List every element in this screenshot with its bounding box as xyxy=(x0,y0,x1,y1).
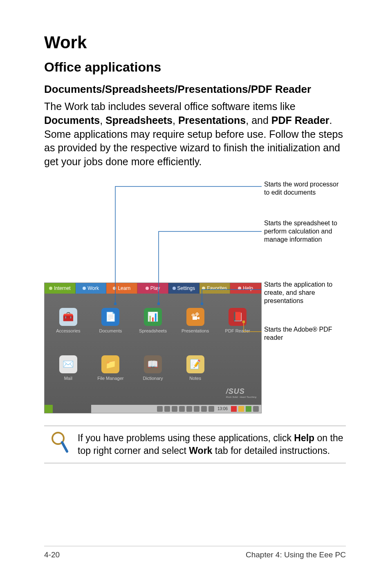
dot-icon xyxy=(238,287,241,290)
tab-label: Help xyxy=(243,285,253,291)
tip-note: If you have problems using these applica… xyxy=(44,426,346,463)
app-mail[interactable]: ✉️Mail xyxy=(47,344,90,392)
tray-icon[interactable] xyxy=(186,406,192,412)
app-grid: 🧰Accessories 📄Documents 📊Spreadsheets 📽P… xyxy=(45,294,261,395)
magnifier-icon xyxy=(50,430,69,455)
app-label: Documents xyxy=(99,328,122,333)
logo-text: /SUS xyxy=(226,387,245,395)
annotation-pdf: Starts the Adobe® PDF reader xyxy=(264,325,346,342)
tab-label: Settings xyxy=(177,285,195,291)
app-label: Notes xyxy=(189,376,201,381)
tab-play[interactable]: Play xyxy=(137,283,168,294)
tray-icon[interactable] xyxy=(172,406,177,412)
tray-icon[interactable] xyxy=(194,406,199,412)
app-notes[interactable]: 📝Notes xyxy=(174,344,217,392)
page-footer: 4-20 Chapter 4: Using the Eee PC xyxy=(44,546,346,559)
pdf-icon: 📕 xyxy=(229,308,247,326)
app-label: Accessories xyxy=(56,328,80,333)
bold-spreadsheets: Spreadsheets xyxy=(105,114,173,126)
dictionary-icon: 📖 xyxy=(144,355,162,373)
taskbar-clock: 13:06 xyxy=(217,406,228,411)
screenshot-work-desktop: Internet Work Learn Play Settings Favori… xyxy=(44,283,262,413)
app-documents[interactable]: 📄Documents xyxy=(90,297,132,344)
dot-icon xyxy=(202,287,205,290)
logo-tagline: Rock Solid · Heart Touching xyxy=(226,396,256,398)
asus-logo: /SUS Rock Solid · Heart Touching xyxy=(226,387,256,398)
tab-label: Play xyxy=(150,285,160,291)
tray-icon[interactable] xyxy=(179,406,185,412)
spreadsheets-icon: 📊 xyxy=(144,308,162,326)
heading-office-applications: Office applications xyxy=(44,60,346,75)
tab-label: Work xyxy=(87,285,99,291)
tab-learn[interactable]: Learn xyxy=(106,283,137,294)
note-text: tab for detailed instructions. xyxy=(212,445,330,456)
para-text: , xyxy=(173,114,178,126)
tray-icon[interactable] xyxy=(201,406,207,412)
page-number: 4-20 xyxy=(44,550,60,559)
svg-line-5 xyxy=(62,442,67,451)
app-presentations[interactable]: 📽Presentations xyxy=(174,297,217,344)
app-accessories[interactable]: 🧰Accessories xyxy=(47,297,90,344)
para-text: The Work tab includes several office sof… xyxy=(44,101,296,112)
app-label: File Manager xyxy=(97,376,123,381)
bold-help: Help xyxy=(294,433,314,443)
tab-internet[interactable]: Internet xyxy=(45,283,76,294)
taskbar: 13:06 xyxy=(91,405,261,413)
app-label: Dictionary xyxy=(143,376,163,381)
tray-square-green[interactable] xyxy=(246,406,251,412)
tab-label: Learn xyxy=(118,285,130,291)
app-empty xyxy=(216,344,259,392)
app-label: PDF Reader xyxy=(225,328,250,333)
folder-icon: 📁 xyxy=(101,355,119,373)
bold-documents: Documents xyxy=(44,114,100,126)
tab-bar: Internet Work Learn Play Settings Favori… xyxy=(45,283,261,294)
app-dictionary[interactable]: 📖Dictionary xyxy=(132,344,174,392)
heading-doc-sheet-presentation-pdf: Documents/Spreadsheets/Presentations/PDF… xyxy=(44,83,346,96)
tray-icon[interactable] xyxy=(208,406,214,412)
tab-label: Internet xyxy=(54,285,71,291)
mail-icon: ✉️ xyxy=(59,355,77,373)
tab-settings[interactable]: Settings xyxy=(168,283,199,294)
documents-icon: 📄 xyxy=(101,308,119,326)
bold-pdf-reader: PDF Reader xyxy=(271,114,329,126)
dot-icon xyxy=(113,287,116,290)
chapter-title: Chapter 4: Using the Eee PC xyxy=(246,550,346,559)
intro-paragraph: The Work tab includes several office sof… xyxy=(44,100,346,169)
accessories-icon: 🧰 xyxy=(59,308,77,326)
notes-icon: 📝 xyxy=(186,355,204,373)
start-corner[interactable] xyxy=(45,405,53,413)
tab-favorites[interactable]: Favorites xyxy=(199,283,231,294)
figure-work-tab: Internet Work Learn Play Settings Favori… xyxy=(44,180,346,413)
bold-presentations: Presentations xyxy=(178,114,246,126)
para-text: , xyxy=(100,114,105,126)
presentations-icon: 📽 xyxy=(186,308,204,326)
heading-work: Work xyxy=(44,33,346,52)
app-label: Presentations xyxy=(182,328,209,333)
tab-help[interactable]: Help xyxy=(230,283,261,294)
app-file-manager[interactable]: 📁File Manager xyxy=(90,344,132,392)
note-text: If you have problems using these applica… xyxy=(78,433,294,443)
tab-label: Favorites xyxy=(207,285,227,291)
dot-icon xyxy=(146,287,149,290)
app-label: Spreadsheets xyxy=(139,328,167,333)
app-label: Mail xyxy=(64,376,72,381)
tab-work[interactable]: Work xyxy=(76,283,107,294)
dot-icon xyxy=(83,287,86,290)
annotation-spreadsheets: Starts the spreadsheet to perform calcul… xyxy=(264,219,346,244)
tray-square-yellow[interactable] xyxy=(238,406,244,412)
tray-icon[interactable] xyxy=(164,406,170,412)
annotation-documents: Starts the word processor to edit docume… xyxy=(264,180,346,197)
annotation-presentations: Starts the application to create, and sh… xyxy=(264,281,346,305)
app-spreadsheets[interactable]: 📊Spreadsheets xyxy=(132,297,174,344)
bold-work: Work xyxy=(189,445,212,456)
dot-icon xyxy=(49,287,52,290)
tray-icon[interactable] xyxy=(157,406,163,412)
dot-icon xyxy=(173,287,176,290)
app-pdf-reader[interactable]: 📕PDF Reader xyxy=(216,297,259,344)
tray-square-red[interactable] xyxy=(231,406,237,412)
tray-icon[interactable] xyxy=(253,406,259,412)
para-text: , and xyxy=(246,114,271,126)
